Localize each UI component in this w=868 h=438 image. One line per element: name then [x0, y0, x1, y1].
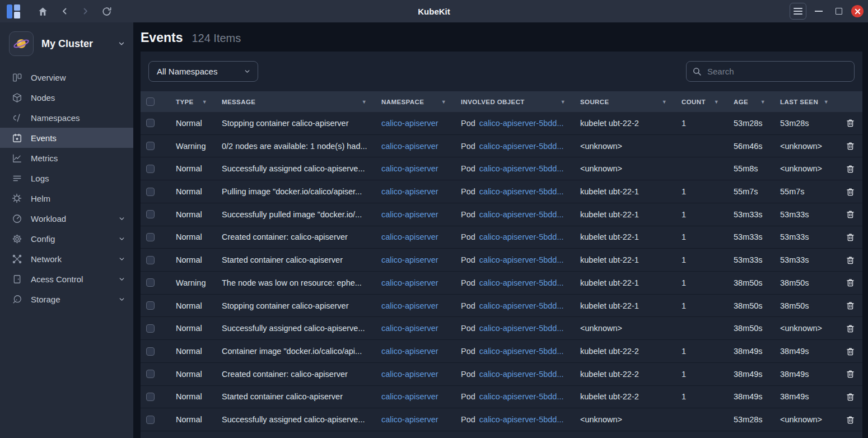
event-source: kubelet ubt-22-1 — [580, 255, 682, 264]
column-header-source[interactable]: SOURCE▼ — [580, 99, 682, 105]
column-header-last-seen[interactable]: LAST SEEN▼ — [780, 99, 843, 105]
row-checkbox[interactable] — [146, 301, 155, 310]
sidebar-item-helm[interactable]: Helm — [0, 188, 133, 208]
delete-event-button[interactable] — [843, 139, 857, 153]
involved-object-link[interactable]: calico-apiserver-5bdd... — [479, 164, 564, 173]
sidebar-item-label: Metrics — [31, 153, 125, 163]
involved-object-link[interactable]: calico-apiserver-5bdd... — [479, 187, 564, 196]
row-checkbox[interactable] — [146, 142, 155, 150]
namespace-link[interactable]: calico-apiserver — [381, 324, 438, 333]
delete-event-button[interactable] — [843, 390, 857, 403]
delete-event-button[interactable] — [843, 299, 857, 313]
row-checkbox[interactable] — [146, 324, 155, 333]
sidebar-item-namespaces[interactable]: Namespaces — [0, 108, 133, 128]
home-button[interactable] — [34, 3, 51, 20]
sidebar-item-label: Storage — [31, 295, 118, 304]
row-checkbox[interactable] — [146, 347, 155, 356]
sidebar-item-label: Namespaces — [31, 113, 125, 123]
delete-event-button[interactable] — [843, 253, 857, 267]
select-all-checkbox[interactable] — [146, 97, 155, 106]
delete-event-button[interactable] — [843, 185, 857, 198]
row-checkbox[interactable] — [146, 416, 155, 424]
table-row: Normal Stopping container calico-apiserv… — [141, 112, 862, 135]
namespace-link[interactable]: calico-apiserver — [381, 232, 438, 241]
trash-icon — [846, 209, 855, 219]
column-header-count[interactable]: COUNT▼ — [682, 99, 734, 105]
sidebar-item-acess-control[interactable]: Acess Control — [0, 269, 133, 289]
row-checkbox[interactable] — [146, 233, 155, 241]
delete-event-button[interactable] — [843, 208, 857, 221]
column-header-namespace[interactable]: NAMESPACE▼ — [381, 99, 461, 105]
menu-button[interactable] — [790, 3, 806, 20]
minimize-button[interactable] — [811, 3, 827, 19]
column-header-type[interactable]: TYPE▼ — [176, 99, 222, 105]
row-checkbox[interactable] — [146, 278, 155, 287]
event-source: kubelet ubt-22-1 — [580, 232, 682, 241]
namespace-link[interactable]: calico-apiserver — [381, 392, 438, 401]
sidebar-item-logs[interactable]: Logs — [0, 168, 133, 188]
row-checkbox[interactable] — [146, 256, 155, 264]
involved-object-link[interactable]: calico-apiserver-5bdd... — [479, 324, 564, 333]
namespace-link[interactable]: calico-apiserver — [381, 164, 438, 173]
involved-object-link[interactable]: calico-apiserver-5bdd... — [479, 119, 564, 128]
cluster-selector[interactable]: My Cluster — [0, 22, 133, 64]
sidebar-item-network[interactable]: Network — [0, 249, 133, 269]
namespace-link[interactable]: calico-apiserver — [381, 278, 438, 287]
column-header-message[interactable]: MESSAGE▼ — [222, 99, 381, 105]
search-box — [686, 61, 855, 82]
column-header-involved-object[interactable]: INVOLVED OBJECT▼ — [461, 99, 580, 105]
namespace-link[interactable]: calico-apiserver — [381, 255, 438, 264]
row-checkbox[interactable] — [146, 119, 155, 127]
delete-event-button[interactable] — [843, 321, 857, 335]
involved-object-link[interactable]: calico-apiserver-5bdd... — [479, 301, 564, 310]
row-checkbox[interactable] — [146, 393, 155, 401]
sidebar-item-metrics[interactable]: Metrics — [0, 148, 133, 168]
namespace-link[interactable]: calico-apiserver — [381, 370, 438, 379]
event-last-seen: 53m33s — [780, 232, 843, 241]
close-button[interactable] — [851, 5, 864, 17]
involved-object-link[interactable]: calico-apiserver-5bdd... — [479, 232, 564, 241]
forward-button[interactable] — [77, 3, 94, 20]
involved-object-link[interactable]: calico-apiserver-5bdd... — [479, 392, 564, 401]
row-checkbox[interactable] — [146, 188, 155, 196]
row-checkbox[interactable] — [146, 370, 155, 378]
involved-object-link[interactable]: calico-apiserver-5bdd... — [479, 142, 564, 151]
namespace-link[interactable]: calico-apiserver — [381, 187, 438, 196]
refresh-button[interactable] — [98, 3, 115, 20]
delete-event-button[interactable] — [843, 276, 857, 290]
namespace-select[interactable]: All Namespaces — [148, 61, 258, 82]
search-input[interactable] — [707, 67, 848, 76]
involved-object-link[interactable]: calico-apiserver-5bdd... — [479, 278, 564, 287]
maximize-button[interactable] — [831, 3, 847, 19]
delete-event-button[interactable] — [843, 413, 857, 426]
namespace-link[interactable]: calico-apiserver — [381, 210, 438, 219]
delete-event-button[interactable] — [843, 162, 857, 175]
namespace-link[interactable]: calico-apiserver — [381, 119, 438, 128]
involved-object-link[interactable]: calico-apiserver-5bdd... — [479, 415, 564, 424]
event-age: 38m49s — [734, 370, 780, 379]
involved-object-link[interactable]: calico-apiserver-5bdd... — [479, 347, 564, 356]
involved-object-link[interactable]: calico-apiserver-5bdd... — [479, 370, 564, 379]
involved-object-link[interactable]: calico-apiserver-5bdd... — [479, 255, 564, 264]
sidebar-item-config[interactable]: Config — [0, 229, 133, 249]
delete-event-button[interactable] — [843, 367, 857, 381]
row-checkbox[interactable] — [146, 210, 155, 218]
column-header-age[interactable]: AGE▼ — [734, 99, 780, 105]
namespace-link[interactable]: calico-apiserver — [381, 415, 438, 424]
row-checkbox[interactable] — [146, 165, 155, 173]
delete-event-button[interactable] — [843, 230, 857, 244]
namespace-link[interactable]: calico-apiserver — [381, 301, 438, 310]
sidebar-item-overview[interactable]: Overview — [0, 67, 133, 87]
trash-icon — [846, 369, 855, 379]
delete-event-button[interactable] — [843, 344, 857, 358]
back-button[interactable] — [57, 3, 73, 20]
namespace-link[interactable]: calico-apiserver — [381, 347, 438, 356]
namespace-link[interactable]: calico-apiserver — [381, 142, 438, 151]
sidebar-item-storage[interactable]: Storage — [0, 289, 133, 309]
sidebar-item-events[interactable]: Events — [0, 128, 133, 148]
sidebar-item-nodes[interactable]: Nodes — [0, 87, 133, 108]
involved-object-link[interactable]: calico-apiserver-5bdd... — [479, 210, 564, 219]
sidebar-item-workload[interactable]: Workload — [0, 208, 133, 229]
delete-event-button[interactable] — [843, 117, 857, 130]
namespaces-icon — [11, 112, 22, 123]
